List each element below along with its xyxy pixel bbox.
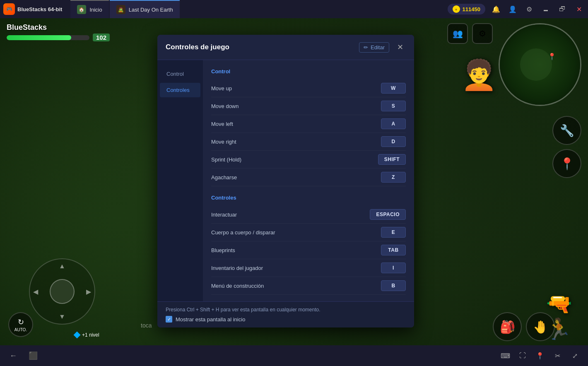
modal-title: Controles de juego	[166, 43, 359, 51]
key-badge-interactuar[interactable]: ESPACIO	[370, 209, 406, 220]
tab-game-label: Last Day On Earth	[129, 7, 173, 13]
home-button[interactable]: ⬛	[27, 349, 40, 362]
refresh-icon: ↻	[18, 318, 24, 327]
sidebar-tab-control[interactable]: Control	[160, 67, 200, 81]
key-badge-inventario[interactable]: I	[381, 262, 406, 273]
hud-brand-text: BlueStacks	[7, 23, 110, 32]
hud-progress-fill	[7, 35, 71, 40]
hud-brand-section: BlueStacks 102	[7, 23, 110, 41]
fullscreen-icon[interactable]: ⛶	[516, 349, 529, 362]
control-row-move-left: Move left A	[211, 115, 406, 133]
settings-button[interactable]: ⚙	[523, 3, 535, 15]
control-row-blueprints: Blueprints TAB	[211, 241, 406, 259]
levelup-indicator: +1 nivel	[75, 332, 99, 338]
key-badge-move-right[interactable]: D	[381, 136, 406, 147]
levelup-diamond-icon	[74, 332, 81, 339]
control-name-menu-construccion: Menú de construcción	[211, 283, 381, 289]
show-on-startup-label: Mostrar esta pantalla al inicio	[176, 316, 245, 323]
joystick-arrow-left: ◀	[33, 288, 38, 296]
joystick-arrow-down: ▼	[59, 313, 65, 320]
control-name-move-left: Move left	[211, 121, 381, 127]
joystick-arrow-right: ▶	[86, 288, 91, 296]
control-name-cuerpo: Cuerpo a cuerpo / disparar	[211, 229, 381, 236]
back-button[interactable]: ←	[7, 349, 20, 362]
titlebar: 🎮 BlueStacks 64-bit 🏠 Inicio 🧟 Last Day …	[0, 0, 588, 18]
tab-inicio[interactable]: 🏠 Inicio	[70, 0, 108, 18]
control-name-blueprints: Blueprints	[211, 247, 381, 253]
joystick-outer[interactable]: ▲ ▼ ◀ ▶	[29, 258, 95, 325]
edit-pencil-icon: ✏	[364, 44, 368, 51]
control-name-move-right: Move right	[211, 139, 381, 145]
footer-checkbox-row: ✓ Mostrar esta pantalla al inicio	[166, 316, 406, 323]
control-name-agacharse: Agacharse	[211, 174, 381, 181]
control-row-interactuar: Interactuar ESPACIO	[211, 206, 406, 224]
coin-amount: 111450	[463, 6, 480, 12]
control-row-move-down: Move down S	[211, 97, 406, 115]
control-row-move-up: Move up W	[211, 79, 406, 97]
control-row-inventario: Inventario del jugador I	[211, 259, 406, 277]
hud-level-bar: 102	[7, 34, 110, 41]
section-control-title: Control	[211, 68, 406, 75]
control-row-sprint: Sprint (Hold) SHIFT	[211, 151, 406, 169]
modal-body: Control Controles Control Move up W Move…	[157, 60, 414, 301]
modal-content: Control Move up W Move down S Move left …	[203, 60, 414, 301]
profile-button[interactable]: 👤	[507, 3, 518, 15]
close-button[interactable]: ✕	[573, 3, 585, 15]
key-badge-cuerpo[interactable]: E	[381, 227, 406, 238]
footer-hint: Presiona Ctrl + Shift + H para ver esta …	[166, 307, 406, 313]
hud-progress-bg	[7, 35, 89, 40]
auto-button[interactable]: ↻ AUTO.	[8, 312, 33, 337]
auto-btn-inner: ↻ AUTO.	[8, 312, 33, 337]
key-badge-sprint[interactable]: SHIFT	[378, 154, 406, 165]
joystick-inner	[50, 279, 75, 304]
key-badge-move-down[interactable]: S	[381, 101, 406, 111]
sidebar-tab-control-label: Control	[166, 71, 184, 77]
joystick[interactable]: ▲ ▼ ◀ ▶	[29, 258, 95, 325]
coin-icon: ●	[453, 5, 460, 13]
control-name-interactuar: Interactuar	[211, 212, 370, 218]
show-on-startup-checkbox[interactable]: ✓	[166, 316, 172, 323]
tab-game[interactable]: 🧟 Last Day On Earth	[110, 0, 180, 18]
control-name-move-down: Move down	[211, 103, 381, 109]
key-badge-move-up[interactable]: W	[381, 83, 406, 94]
notification-button[interactable]: 🔔	[490, 3, 502, 15]
restore-button[interactable]: 🗗	[557, 3, 568, 15]
edit-label: Editar	[371, 44, 385, 51]
location-bottom-icon[interactable]: 📍	[533, 349, 547, 362]
keyboard-icon[interactable]: ⌨	[499, 349, 512, 362]
bottombar-right: ⌨ ⛶ 📍 ✂ ⤢	[499, 349, 581, 362]
scissors-icon[interactable]: ✂	[551, 349, 564, 362]
toca-label: toca	[141, 322, 152, 329]
control-name-move-up: Move up	[211, 85, 381, 92]
modal-header: Controles de juego ✏ Editar ✕	[157, 35, 414, 60]
expand-icon[interactable]: ⤢	[568, 349, 581, 362]
tab-inicio-icon: 🏠	[77, 5, 86, 14]
modal-overlay: Controles de juego ✏ Editar ✕ Control Co…	[157, 18, 588, 345]
app-name: BlueStacks 64-bit	[17, 6, 62, 12]
levelup-text: +1 nivel	[82, 332, 99, 338]
titlebar-right: ● 111450 🔔 👤 ⚙ 🗕 🗗 ✕	[448, 3, 585, 15]
modal-sidebar: Control Controles	[157, 60, 203, 301]
minimize-button[interactable]: 🗕	[540, 3, 552, 15]
tab-inicio-label: Inicio	[89, 7, 102, 13]
controls-modal: Controles de juego ✏ Editar ✕ Control Co…	[157, 35, 414, 327]
sidebar-tab-controles[interactable]: Controles	[160, 83, 200, 97]
key-badge-menu-construccion[interactable]: B	[381, 280, 406, 291]
control-row-cuerpo: Cuerpo a cuerpo / disparar E	[211, 224, 406, 241]
bottombar: ← ⬛ ⌨ ⛶ 📍 ✂ ⤢	[0, 345, 588, 366]
app-logo: 🎮	[3, 3, 15, 15]
sidebar-tab-controles-label: Controles	[166, 87, 190, 93]
key-badge-move-left[interactable]: A	[381, 118, 406, 129]
modal-close-button[interactable]: ✕	[394, 41, 406, 53]
key-badge-blueprints[interactable]: TAB	[381, 245, 406, 255]
hud-level-num: 102	[93, 34, 110, 41]
tab-game-icon: 🧟	[116, 5, 125, 14]
control-row-move-right: Move right D	[211, 133, 406, 151]
joystick-arrow-up: ▲	[59, 262, 65, 270]
coin-badge: ● 111450	[448, 4, 485, 14]
edit-button[interactable]: ✏ Editar	[359, 42, 389, 53]
control-name-sprint: Sprint (Hold)	[211, 157, 378, 163]
control-row-agacharse: Agacharse Z	[211, 169, 406, 186]
key-badge-agacharse[interactable]: Z	[381, 172, 406, 183]
section-controles-title: Controles	[211, 195, 406, 201]
